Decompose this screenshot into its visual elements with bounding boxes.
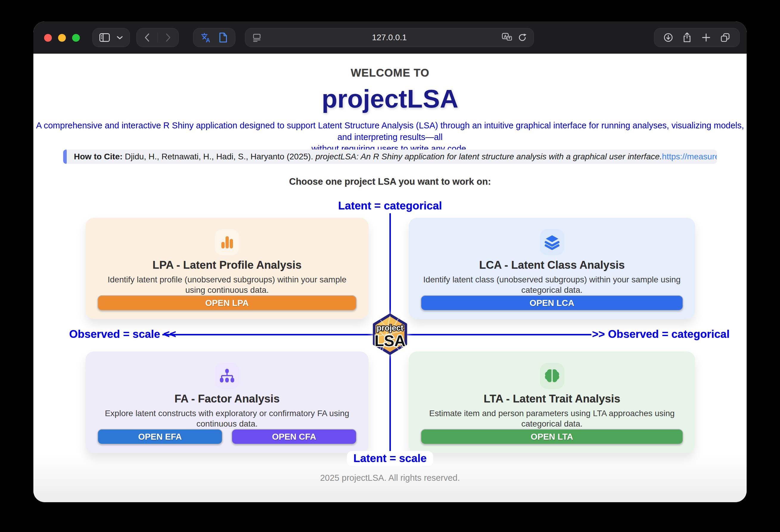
welcome-heading: WELCOME TO [33,67,747,79]
card-title: LPA - Latent Profile Analysis [153,259,301,271]
window-actions-group [654,28,740,47]
axis-label-top: Latent = categorical [332,198,449,213]
logo-hexagon: project LSA [372,313,408,355]
url-text[interactable]: 127.0.0.1 [245,33,534,42]
citation-authors: Djidu, H., Retnawati, H., Hadi, S., Hary… [123,152,315,161]
open-lca-button[interactable]: OPEN LCA [421,295,683,311]
card-lta: LTA - Latent Trait Analysis Estimate ite… [409,351,695,453]
card-title: FA - Factor Analysis [175,393,280,405]
layers-icon [544,234,560,250]
axis-label-left: Observed = scale << [69,328,176,340]
lca-icon-box [540,229,564,255]
page-tools-group: A [193,28,235,47]
svg-text:A: A [206,37,210,43]
reload-icon[interactable] [518,33,527,43]
svg-text:project: project [377,324,403,332]
open-efa-button[interactable]: OPEN EFA [97,429,223,444]
open-lpa-button[interactable]: OPEN LPA [97,295,357,311]
sidebar-icon [99,33,110,42]
downloads-button[interactable] [664,33,673,42]
sidebar-toggle-button[interactable] [92,28,130,47]
footer-text: 2025 projectLSA. All rights reserved. [33,473,747,483]
citation-work-title: projectLSA: An R Shiny application for l… [315,152,662,161]
subtitle-line-1: A comprehensive and interactive R Shiny … [33,120,747,143]
page-title: projectLSA [33,84,747,113]
svg-text:LSA: LSA [375,332,405,349]
axis-label-right: >> Observed = categorical [592,328,730,340]
card-lca: LCA - Latent Class Analysis Identify lat… [409,218,695,319]
forward-button[interactable] [164,32,172,43]
share-icon[interactable] [682,32,692,43]
traffic-light-close[interactable] [44,34,52,42]
sitemap-icon [219,368,235,384]
project-lsa-logo: project LSA [372,313,408,355]
open-cfa-button[interactable]: OPEN CFA [232,429,357,444]
card-title: LTA - Latent Trait Analysis [484,393,620,405]
browser-window: A 127.0.0.1 A [33,21,747,502]
translate-badge-icon[interactable]: A [501,33,513,43]
page-settings-icon[interactable] [252,33,261,42]
citation-box: How to Cite: Djidu, H., Retnawati, H., H… [63,150,717,164]
card-description: Identify latent profile (unobserved subg… [97,274,357,295]
bar-chart-icon [219,234,235,250]
document-icon[interactable] [219,32,228,43]
citation-link[interactable]: https://measure.shinyapps.io/ProjectLSA/ [662,152,717,161]
chevron-down-icon [116,36,123,40]
history-nav-group [137,28,179,47]
desktop: A 127.0.0.1 A [0,0,780,532]
traffic-light-minimize[interactable] [58,34,66,42]
svg-text:A: A [504,34,507,39]
new-tab-button[interactable] [701,33,711,42]
card-description: Identify latent class (unobserved subgro… [421,274,683,295]
browser-toolbar: A 127.0.0.1 A [33,21,747,54]
tab-overview-button[interactable] [720,33,730,43]
fa-icon-box [215,363,239,389]
choose-prompt: Choose one project LSA you want to work … [33,176,747,187]
url-bar[interactable]: 127.0.0.1 A [245,28,534,47]
card-lpa: LPA - Latent Profile Analysis Identify l… [86,218,369,319]
web-page: WELCOME TO projectLSA A comprehensive an… [33,54,747,502]
translate-icon[interactable]: A [201,32,211,43]
card-description: Explore latent constructs with explorato… [97,408,357,429]
lta-icon-box [540,363,564,389]
card-description: Estimate item and person parameters usin… [421,408,683,429]
card-fa: FA - Factor Analysis Explore latent cons… [86,351,369,453]
card-title: LCA - Latent Class Analysis [479,259,625,271]
open-lta-button[interactable]: OPEN LTA [421,429,683,444]
axis-label-bottom: Latent = scale [347,451,433,466]
lpa-icon-box [215,229,239,255]
brain-icon [544,368,560,384]
back-button[interactable] [143,32,151,43]
citation-label: How to Cite: [74,152,123,161]
traffic-light-zoom[interactable] [72,34,80,42]
